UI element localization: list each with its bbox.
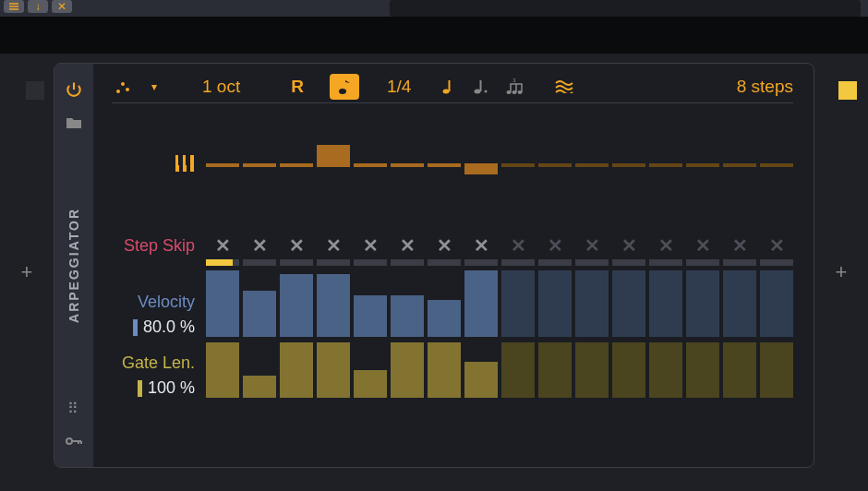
- toolbar-btn-3[interactable]: ✕: [52, 0, 72, 13]
- velocity-step[interactable]: [280, 270, 313, 337]
- gate-step[interactable]: [612, 342, 645, 398]
- velocity-step[interactable]: [649, 270, 682, 337]
- note-dotted-icon[interactable]: [470, 76, 492, 98]
- pattern-dropdown-icon[interactable]: ▾: [143, 76, 165, 98]
- gate-value[interactable]: 100 %: [148, 378, 195, 398]
- pitch-step[interactable]: [206, 138, 239, 193]
- toolbar-btn-1[interactable]: [4, 0, 24, 13]
- velocity-step[interactable]: [354, 270, 387, 337]
- pitch-step[interactable]: [538, 138, 572, 193]
- velocity-step[interactable]: [723, 270, 756, 337]
- step-indicator: [317, 259, 350, 266]
- arpeggiator-panel: ARPEGGIATOR ⠿ ▾ 1 oct R: [54, 63, 814, 468]
- gate-step[interactable]: [391, 342, 424, 398]
- power-button[interactable]: [63, 78, 85, 101]
- gate-step[interactable]: [686, 342, 719, 398]
- step-skip-toggle[interactable]: ✕: [686, 234, 719, 257]
- velocity-step[interactable]: [538, 270, 572, 337]
- octave-field[interactable]: 1 oct: [202, 77, 240, 97]
- step-skip-toggle[interactable]: ✕: [612, 234, 645, 257]
- velocity-value[interactable]: 80.0 %: [143, 317, 195, 337]
- pitch-step[interactable]: [354, 138, 387, 193]
- key-icon[interactable]: [63, 430, 85, 452]
- add-device-left[interactable]: +: [0, 54, 54, 491]
- svg-point-4: [339, 89, 346, 94]
- step-skip-toggle[interactable]: ✕: [280, 234, 313, 257]
- svg-point-0: [66, 438, 72, 444]
- step-position-lane: [112, 259, 793, 266]
- pitch-icon: [175, 159, 195, 177]
- pitch-step[interactable]: [501, 138, 535, 193]
- step-skip-toggle[interactable]: ✕: [575, 234, 609, 257]
- pitch-step[interactable]: [686, 138, 719, 193]
- pitch-step[interactable]: [649, 138, 682, 193]
- retrigger-button[interactable]: R: [291, 77, 304, 97]
- pitch-step[interactable]: [575, 138, 609, 193]
- pattern-icon[interactable]: [112, 76, 134, 98]
- pitch-step[interactable]: [280, 138, 313, 193]
- pitch-step[interactable]: [612, 138, 645, 193]
- gate-step[interactable]: [243, 342, 276, 398]
- step-skip-toggle[interactable]: ✕: [538, 234, 572, 257]
- gate-label: Gate Len.: [122, 353, 195, 373]
- wave-icon[interactable]: [553, 76, 575, 98]
- note-mode-button[interactable]: [330, 74, 359, 100]
- pitch-step[interactable]: [723, 138, 756, 193]
- top-toolbar: ↓ ✕: [0, 0, 868, 17]
- pitch-step[interactable]: [317, 138, 350, 193]
- gate-step[interactable]: [464, 342, 498, 398]
- gate-step[interactable]: [723, 342, 756, 398]
- velocity-step[interactable]: [243, 270, 276, 337]
- gate-step[interactable]: [206, 342, 239, 398]
- plus-icon: +: [21, 260, 33, 284]
- gate-step[interactable]: [501, 342, 535, 398]
- steps-field[interactable]: 8 steps: [737, 77, 793, 97]
- step-skip-toggle[interactable]: ✕: [206, 234, 239, 257]
- velocity-label: Velocity: [138, 293, 195, 312]
- step-skip-toggle[interactable]: ✕: [649, 234, 682, 257]
- step-skip-toggle[interactable]: ✕: [354, 234, 387, 257]
- step-skip-toggle[interactable]: ✕: [428, 234, 461, 257]
- gate-step[interactable]: [760, 342, 793, 398]
- velocity-step[interactable]: [428, 270, 461, 337]
- velocity-step[interactable]: [575, 270, 609, 337]
- step-indicator: [280, 259, 313, 266]
- gate-step[interactable]: [649, 342, 682, 398]
- step-skip-toggle[interactable]: ✕: [723, 234, 756, 257]
- drag-handle-icon[interactable]: ⠿: [63, 397, 85, 419]
- velocity-step[interactable]: [686, 270, 719, 337]
- velocity-step[interactable]: [760, 270, 793, 337]
- folder-icon[interactable]: [63, 112, 85, 134]
- svg-point-7: [475, 90, 481, 94]
- add-device-right[interactable]: +: [814, 54, 868, 491]
- velocity-step[interactable]: [464, 270, 498, 337]
- step-skip-toggle[interactable]: ✕: [317, 234, 350, 257]
- velocity-step[interactable]: [612, 270, 645, 337]
- velocity-step[interactable]: [317, 270, 350, 337]
- gate-step[interactable]: [575, 342, 609, 398]
- gate-step[interactable]: [428, 342, 461, 398]
- toolbar-btn-2[interactable]: ↓: [28, 0, 48, 13]
- rate-field[interactable]: 1/4: [387, 77, 411, 97]
- pitch-step[interactable]: [243, 138, 276, 193]
- step-skip-toggle[interactable]: ✕: [760, 234, 793, 257]
- step-skip-toggle[interactable]: ✕: [243, 234, 276, 257]
- pitch-step[interactable]: [428, 138, 461, 193]
- gate-step[interactable]: [280, 342, 313, 398]
- spacer-bar: [0, 17, 868, 54]
- velocity-step[interactable]: [501, 270, 535, 337]
- step-skip-toggle[interactable]: ✕: [464, 234, 498, 257]
- gate-step[interactable]: [354, 342, 387, 398]
- svg-point-2: [121, 82, 125, 86]
- step-skip-toggle[interactable]: ✕: [391, 234, 424, 257]
- pitch-step[interactable]: [464, 138, 498, 193]
- pitch-step[interactable]: [760, 138, 793, 193]
- step-skip-toggle[interactable]: ✕: [501, 234, 535, 257]
- note-straight-icon[interactable]: [437, 76, 459, 98]
- gate-step[interactable]: [538, 342, 572, 398]
- gate-step[interactable]: [317, 342, 350, 398]
- velocity-step[interactable]: [206, 270, 239, 337]
- pitch-step[interactable]: [391, 138, 424, 193]
- note-triplet-icon[interactable]: 3: [503, 76, 525, 98]
- velocity-step[interactable]: [391, 270, 424, 337]
